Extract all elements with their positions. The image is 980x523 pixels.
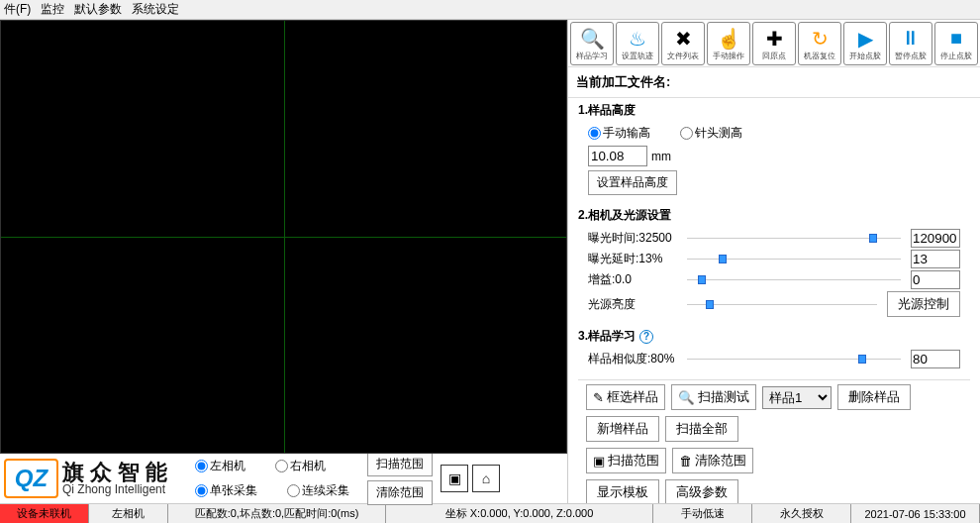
logo-cn: 旗众智能 [62,462,173,483]
logo-en: Qi Zhong Intelligent [62,483,173,495]
section-sample-height: 1.样品高度 手动输高 针头测高 mm 设置样品高度 [578,102,970,197]
set-track-icon: ♨ [629,27,646,51]
height-input[interactable] [588,146,647,166]
pause-icon: ⏸ [901,27,921,51]
radio-probe-height[interactable]: 针头测高 [680,125,742,142]
similarity-spinner[interactable] [911,350,960,368]
tool-start[interactable]: ▶开始点胶 [843,22,887,65]
logo-mark-icon: QZ [4,459,58,498]
pause-label: 暂停点胶 [895,51,927,61]
status-datetime: 2021-07-06 15:33:00 [851,504,980,523]
start-icon: ▶ [858,27,873,51]
section-sample-learn: 3.样品学习? 样品相似度:80% [578,328,970,369]
radio-continuous-collect[interactable]: 连续采集 [287,482,349,499]
camera-viewport[interactable] [0,20,567,454]
light-slider[interactable] [687,304,877,305]
sample-learn-icon: 🔍 [580,27,605,51]
tool-reset[interactable]: ↻机器复位 [798,22,841,65]
status-auth: 永久授权 [752,504,851,523]
tool-manual-op[interactable]: ☝手动操作 [707,22,750,65]
current-file-header: 当前加工文件名: [568,67,980,98]
file-list-label: 文件列表 [667,51,699,61]
home-icon: ✚ [766,27,783,51]
section2-title: 2.相机及光源设置 [578,207,970,224]
gain-label: 增益:0.0 [588,271,677,288]
crop-icon: ▣ [593,454,605,469]
sample-select[interactable]: 样品1 [762,386,832,409]
delay-slider[interactable] [687,259,901,260]
section-camera-light: 2.相机及光源设置 曝光时间:32500 曝光延时:13% 增益:0.0 [578,207,970,318]
manual-op-label: 手动操作 [713,51,744,61]
sample-learn-label: 样品学习 [576,51,608,61]
stop-icon: ■ [950,27,962,51]
file-list-icon: ✖ [675,27,692,51]
edit-icon: ✎ [593,390,604,405]
similarity-label: 样品相似度:80% [588,351,677,367]
exposure-spinner[interactable] [911,229,960,248]
set-track-label: 设置轨迹 [622,51,653,61]
action-buttons: ✎框选样品 🔍扫描测试 样品1 删除样品 新增样品 扫描全部 ▣扫描范围 🗑清除… [578,379,970,503]
advanced-params-button[interactable]: 高级参数 [665,479,738,503]
crosshair-vertical [284,21,285,453]
search-icon: 🔍 [678,390,695,405]
clear-range-button2[interactable]: 🗑清除范围 [672,448,753,473]
status-speed: 手动低速 [653,504,752,523]
tool-home[interactable]: ✚回原点 [752,22,796,65]
tool-sample-learn[interactable]: 🔍样品学习 [570,22,614,65]
menubar: 件(F) 监控 默认参数 系统设定 [0,0,980,20]
menu-system-settings[interactable]: 系统设定 [132,1,179,18]
scan-range-button[interactable]: 扫描范围 [367,452,433,476]
status-camera: 左相机 [89,504,168,523]
radio-manual-height[interactable]: 手动输高 [588,125,650,142]
radio-right-camera[interactable]: 右相机 [275,458,326,474]
tool-pause[interactable]: ⏸暂停点胶 [889,22,932,65]
delay-label: 曝光延时:13% [588,251,677,267]
section1-title: 1.样品高度 [578,102,970,119]
menu-default-params[interactable]: 默认参数 [74,1,122,18]
exposure-label: 曝光时间:32500 [588,230,677,247]
menu-file[interactable]: 件(F) [4,1,31,18]
select-sample-button[interactable]: ✎框选样品 [586,384,665,410]
clear-range-button[interactable]: 清除范围 [367,480,433,505]
light-control-button[interactable]: 光源控制 [887,291,960,317]
scan-test-button[interactable]: 🔍扫描测试 [671,384,756,410]
left-panel: QZ 旗众智能 Qi Zhong Intelligent 左相机 右相机 单张采… [0,20,567,503]
delay-spinner[interactable] [911,250,960,268]
radio-single-collect[interactable]: 单张采集 [195,482,257,499]
section3-title: 3.样品学习? [578,328,970,345]
set-height-button[interactable]: 设置样品高度 [588,170,677,195]
gain-spinner[interactable] [911,270,960,289]
scan-all-button[interactable]: 扫描全部 [665,416,738,442]
main-toolbar: 🔍样品学习♨设置轨迹✖文件列表☝手动操作✚回原点↻机器复位▶开始点胶⏸暂停点胶■… [568,20,980,67]
stop-label: 停止点胶 [940,51,972,61]
delete-sample-button[interactable]: 删除样品 [837,384,911,410]
scan-range-button2[interactable]: ▣扫描范围 [586,448,666,473]
height-unit: mm [651,150,671,163]
show-template-button[interactable]: 显示模板 [586,479,659,503]
statusbar: 设备未联机 左相机 匹配数:0,坏点数:0,匹配时间:0(ms) 坐标 X:0.… [0,503,980,523]
home-label: 回原点 [762,51,786,61]
right-panel: 🔍样品学习♨设置轨迹✖文件列表☝手动操作✚回原点↻机器复位▶开始点胶⏸暂停点胶■… [567,20,980,503]
reset-label: 机器复位 [804,51,835,61]
similarity-slider[interactable] [687,359,901,360]
help-icon[interactable]: ? [639,330,653,344]
gain-slider[interactable] [687,279,901,280]
status-match: 匹配数:0,坏点数:0,匹配时间:0(ms) [168,504,386,523]
radio-left-camera[interactable]: 左相机 [195,458,245,474]
brand-logo: QZ 旗众智能 Qi Zhong Intelligent [4,459,173,498]
manual-op-icon: ☝ [717,27,741,51]
menu-monitor[interactable]: 监控 [41,1,64,18]
exposure-slider[interactable] [687,238,901,239]
start-label: 开始点胶 [849,51,881,61]
fit-view-icon[interactable]: ▣ [441,465,468,492]
tool-file-list[interactable]: ✖文件列表 [661,22,705,65]
reset-icon: ↻ [812,27,829,51]
status-offline: 设备未联机 [0,504,89,523]
new-sample-button[interactable]: 新增样品 [586,416,659,442]
tool-stop[interactable]: ■停止点胶 [934,22,978,65]
tool-set-track[interactable]: ♨设置轨迹 [616,22,659,65]
light-label: 光源亮度 [588,296,677,313]
viewport-controls: QZ 旗众智能 Qi Zhong Intelligent 左相机 右相机 单张采… [0,454,567,503]
status-coord: 坐标 X:0.000, Y:0.000, Z:0.000 [386,504,653,523]
brush-icon[interactable]: ⌂ [472,465,500,492]
